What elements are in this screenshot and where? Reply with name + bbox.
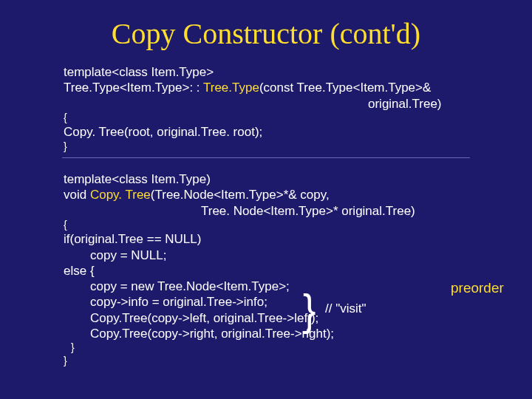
code-text: void	[64, 188, 90, 202]
code-line: original.Tree)	[64, 96, 488, 112]
code-line: Copy.Tree(copy->left, original.Tree->lef…	[64, 310, 488, 326]
code-line: else {	[64, 263, 488, 279]
code-brace: }	[64, 140, 488, 154]
divider	[62, 157, 470, 158]
code-brace: }	[64, 341, 488, 355]
preorder-annotation: preorder	[451, 280, 504, 296]
code-highlight: Tree.Type	[203, 81, 259, 95]
code-line: copy = new Tree.Node<Item.Type>;	[64, 279, 488, 294]
code-text: Tree.Type<Item.Type>: :	[64, 81, 203, 95]
code-brace: {	[64, 219, 488, 232]
code-text: (const Tree.Type<Item.Type>&	[259, 81, 431, 95]
slide-title: Copy Constructor (cont'd)	[0, 0, 532, 64]
code-text: (Tree.Node<Item.Type>*& copy,	[151, 188, 330, 202]
code-line: if(original.Tree == NULL)	[64, 231, 488, 247]
code-brace: }	[64, 355, 488, 368]
code-brace: {	[64, 112, 488, 125]
code-line: copy = NULL;	[64, 248, 488, 263]
code-highlight: Copy. Tree	[90, 188, 151, 202]
code-line: template<class Item.Type)	[64, 171, 488, 187]
code-line: Copy.Tree(copy->right, original.Tree->ri…	[64, 326, 488, 341]
code-line: Copy. Tree(root, original.Tree. root);	[64, 124, 488, 140]
grouping-bracket-icon: }	[303, 287, 316, 332]
code-line: Tree.Type<Item.Type>: : Tree.Type(const …	[64, 80, 488, 95]
code-line: copy->info = original.Tree->info;	[64, 294, 488, 310]
code-line: template<class Item.Type>	[64, 64, 488, 80]
code-block-bottom: template<class Item.Type) void Copy. Tre…	[0, 171, 532, 367]
code-line: Tree. Node<Item.Type>* original.Tree)	[64, 203, 488, 219]
code-line: void Copy. Tree(Tree.Node<Item.Type>*& c…	[64, 187, 488, 202]
visit-annotation: // "visit"	[325, 301, 366, 316]
code-block-top: template<class Item.Type> Tree.Type<Item…	[0, 64, 532, 153]
